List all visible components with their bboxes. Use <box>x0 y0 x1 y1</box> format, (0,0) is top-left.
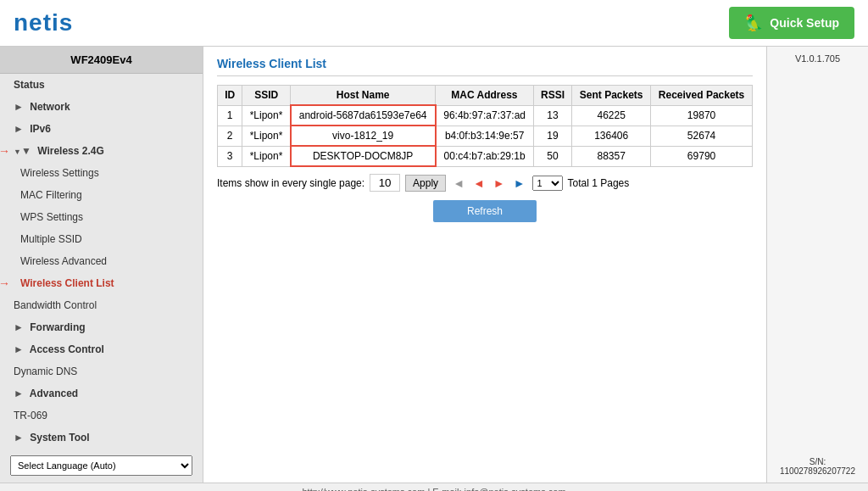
cell-ssid: *Lipon* <box>242 126 291 146</box>
arrow-right-icon: ► <box>14 123 24 135</box>
device-name: WF2409Ev4 <box>0 47 203 74</box>
cell-mac: b4:0f:b3:14:9e:57 <box>436 126 534 146</box>
cell-hostname: DESKTOP-DOCM8JP <box>291 146 436 166</box>
cell-ssid: *Lipon* <box>242 146 291 166</box>
right-panel: V1.0.1.705 S/N: 1100278926207722 <box>766 47 868 483</box>
cell-received: 19870 <box>651 105 753 126</box>
col-rssi: RSSI <box>533 86 572 106</box>
arrow-right-icon: ► <box>14 343 24 355</box>
sidebar-item-dynamic-dns[interactable]: Dynamic DNS <box>0 360 203 382</box>
language-select[interactable]: Select Language (Auto) English Chinese <box>10 455 192 476</box>
cell-id: 1 <box>218 105 242 126</box>
total-pages-label: Total 1 Pages <box>568 177 630 189</box>
col-mac: MAC Address <box>436 86 534 106</box>
cell-id: 3 <box>218 146 242 166</box>
col-received: Received Packets <box>651 86 753 106</box>
sidebar-item-tr-069[interactable]: TR-069 <box>0 405 203 427</box>
logo: netis <box>14 9 73 36</box>
arrow-right-icon: ► <box>14 432 24 444</box>
apply-button[interactable]: Apply <box>405 175 446 192</box>
sidebar-item-wireless-settings[interactable]: Wireless Settings <box>0 162 203 184</box>
cell-sent: 88357 <box>572 146 651 166</box>
cell-sent: 46225 <box>572 105 651 126</box>
col-ssid: SSID <box>242 86 291 106</box>
cell-rssi: 50 <box>533 146 572 166</box>
arrow-right-icon: ► <box>14 321 24 333</box>
sidebar-item-forwarding[interactable]: ► Forwarding <box>0 316 203 338</box>
refresh-container: Refresh <box>217 200 753 222</box>
sidebar-item-ipv6[interactable]: ► IPv6 <box>0 118 203 140</box>
arrow-down-icon: ▼ <box>14 145 31 157</box>
pagination-label: Items show in every single page: <box>217 177 364 189</box>
footer-text: http://www.netis-systems.com | E-mail: i… <box>302 487 565 491</box>
sidebar-item-wireless-client-list[interactable]: Wireless Client List <box>0 272 203 294</box>
table-row: 1 *Lipon* android-5687da61593e7e64 96:4b… <box>218 105 753 126</box>
cell-id: 2 <box>218 126 242 146</box>
version-text: V1.0.1.705 <box>795 53 840 64</box>
cell-mac: 96:4b:97:a7:37:ad <box>436 105 534 126</box>
footer: http://www.netis-systems.com | E-mail: i… <box>0 483 868 491</box>
col-hostname: Host Name <box>291 86 436 106</box>
main-layout: WF2409Ev4 Status ► Network ► IPv6 1 → ▼ … <box>0 47 868 483</box>
sn-text: S/N: 1100278926207722 <box>774 457 861 476</box>
arrow-right-icon: ► <box>14 388 24 399</box>
sidebar: WF2409Ev4 Status ► Network ► IPv6 1 → ▼ … <box>0 47 203 483</box>
last-page-icon[interactable]: ► <box>512 176 527 190</box>
sidebar-item-wireless-2-4g[interactable]: ▼ Wireless 2.4G <box>0 140 203 162</box>
sidebar-item-bandwidth-control[interactable]: Bandwidth Control <box>0 294 203 316</box>
sidebar-item-mac-filtering[interactable]: MAC Filtering <box>0 184 203 206</box>
prev-page-icon[interactable]: ◄ <box>471 176 487 190</box>
sidebar-item-network[interactable]: ► Network <box>0 96 203 118</box>
client-table: ID SSID Host Name MAC Address RSSI Sent … <box>217 85 753 167</box>
cell-ssid: *Lipon* <box>242 105 291 126</box>
sidebar-item-status[interactable]: Status <box>0 74 203 96</box>
cell-received: 52674 <box>651 126 753 146</box>
cell-received: 69790 <box>651 146 753 166</box>
quick-setup-button[interactable]: 🦜 Quick Setup <box>729 7 854 39</box>
red-arrow-2: → <box>0 276 10 290</box>
pagination-row: Items show in every single page: Apply ◄… <box>217 174 753 192</box>
cell-rssi: 19 <box>533 126 572 146</box>
first-page-icon[interactable]: ◄ <box>451 176 466 190</box>
cell-sent: 136406 <box>572 126 651 146</box>
arrow-right-icon: ► <box>14 101 24 113</box>
sidebar-item-wps-settings[interactable]: WPS Settings <box>0 206 203 228</box>
sidebar-item-wireless-advanced[interactable]: Wireless Advanced <box>0 250 203 272</box>
bird-icon: 🦜 <box>744 14 763 32</box>
refresh-button[interactable]: Refresh <box>433 200 537 222</box>
next-page-icon[interactable]: ► <box>492 176 507 190</box>
cell-mac: 00:c4:b7:ab:29:1b <box>436 146 534 166</box>
col-sent: Sent Packets <box>572 86 651 106</box>
cell-rssi: 13 <box>533 105 572 126</box>
content-title: Wireless Client List <box>217 57 753 76</box>
page-size-input[interactable] <box>370 174 400 192</box>
sidebar-item-multiple-ssid[interactable]: Multiple SSID <box>0 228 203 250</box>
red-arrow-1: → <box>0 144 10 158</box>
page-number-select[interactable]: 1 <box>532 176 563 191</box>
table-row: 2 *Lipon* vivo-1812_19 b4:0f:b3:14:9e:57… <box>218 126 753 146</box>
table-row: 3 *Lipon* DESKTOP-DOCM8JP 00:c4:b7:ab:29… <box>218 146 753 166</box>
col-id: ID <box>218 86 242 106</box>
cell-hostname: vivo-1812_19 <box>291 126 436 146</box>
header: netis 🦜 Quick Setup <box>0 0 868 47</box>
sidebar-item-system-tool[interactable]: ► System Tool <box>0 427 203 449</box>
sidebar-item-access-control[interactable]: ► Access Control <box>0 338 203 360</box>
cell-hostname: android-5687da61593e7e64 <box>291 105 436 126</box>
sidebar-item-advanced[interactable]: ► Advanced <box>0 382 203 405</box>
content-area: Wireless Client List ID SSID Host Name M… <box>203 47 766 483</box>
